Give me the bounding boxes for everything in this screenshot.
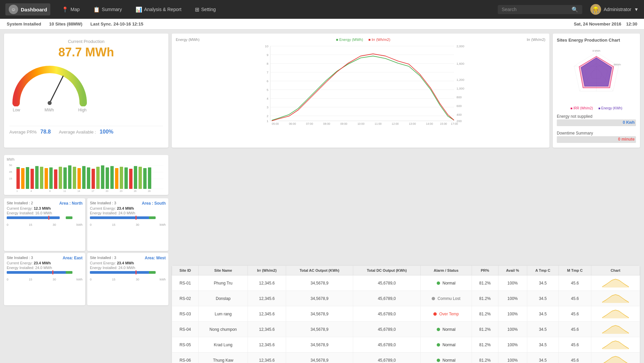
svg-marker-53 — [581, 58, 611, 86]
search-bar[interactable]: 🔍 — [498, 5, 582, 14]
svg-text:17: 17 — [92, 190, 94, 192]
cell-total-ac: 34,5678,9 — [286, 291, 353, 306]
area-east-scale: 01530kWh — [7, 278, 83, 281]
nav-setting[interactable]: ⊞ Setting — [190, 4, 221, 15]
cell-site-id: RS-05 — [172, 337, 199, 353]
sites-value: 10 Sites (88MW) — [49, 21, 83, 27]
area-east-sites: Site Installed : 3 — [7, 256, 33, 260]
cell-mtmp: 45.6 — [559, 306, 591, 322]
cell-avail: 100% — [498, 353, 527, 363]
bottom-section: MWh 50 45 15 — [0, 155, 644, 363]
cell-atmp: 34.5 — [527, 322, 558, 337]
svg-text:1: 1 — [267, 119, 268, 123]
cell-status: Normal — [421, 275, 472, 291]
svg-text:05:00: 05:00 — [272, 122, 279, 125]
table-row: RS-04 Nong chumpon 12,345.6 34,5678,9 45… — [172, 322, 640, 337]
cell-total-dc: 45,6789,0 — [353, 353, 421, 363]
sparkline-0 — [602, 277, 629, 288]
svg-text:3: 3 — [267, 106, 268, 109]
svg-rect-75 — [68, 165, 71, 189]
svg-marker-103 — [602, 279, 629, 288]
dashboard-logo[interactable]: ☺ Dashboard — [5, 3, 50, 15]
legend-energy: ■ Energy (KWh) — [598, 106, 623, 110]
table-row: RS-03 Lum rang 12,345.6 34,5678,9 45,678… — [172, 306, 640, 322]
status-text: Over Temp — [439, 312, 459, 316]
status-dot — [433, 312, 437, 316]
svg-marker-107 — [602, 341, 629, 349]
svg-text:14:00: 14:00 — [426, 122, 433, 125]
svg-line-0 — [50, 76, 63, 103]
col-mtmp: M Tmp C — [559, 266, 591, 275]
table-row: RS-05 Krad Lung 12,345.6 34,5678,9 45,67… — [172, 337, 640, 353]
admin-avatar: 👷 — [590, 4, 601, 15]
svg-rect-76 — [73, 167, 76, 189]
cell-total-ac: 34,5678,9 — [286, 275, 353, 291]
cell-total-dc: 45,6789,0 — [353, 275, 421, 291]
svg-rect-77 — [77, 168, 81, 189]
svg-rect-91 — [143, 168, 147, 189]
area-south-panel: Site Installed : 3 Area : South Current … — [87, 198, 168, 251]
cell-site-name: Donslap — [199, 291, 248, 306]
svg-marker-105 — [602, 310, 629, 318]
svg-rect-67 — [31, 169, 34, 189]
svg-text:8 MWh: 8 MWh — [592, 49, 600, 52]
cell-site-id: RS-02 — [172, 291, 199, 306]
admin-chevron-icon[interactable]: ▼ — [634, 7, 639, 12]
svg-text:2,000: 2,000 — [457, 45, 464, 48]
cell-total-ac: 34,5678,9 — [286, 353, 353, 363]
admin-label: Administrator — [604, 7, 631, 12]
search-input[interactable] — [502, 7, 569, 12]
avg-pr-stat: Average PR% 78.8 — [9, 129, 51, 135]
svg-text:20: 20 — [106, 190, 108, 192]
area-north-installed: Energy Installed: 16.0 MWh — [7, 211, 83, 215]
area-west-sites: Site Installed : 3 — [90, 256, 116, 260]
status-text: Normal — [442, 358, 455, 363]
cell-pr: 81.2% — [472, 275, 498, 291]
svg-text:28: 28 — [148, 190, 151, 192]
nav-summary[interactable]: 📋 Summary — [88, 4, 127, 15]
admin-section: 👷 Administrator ▼ — [590, 4, 639, 15]
cell-status: Normal — [421, 322, 472, 337]
cell-total-dc: 45,6789,0 — [353, 337, 421, 353]
cell-site-id: RS-04 — [172, 322, 199, 337]
svg-rect-72 — [54, 169, 57, 189]
summary-icon: 📋 — [93, 6, 100, 13]
cell-mtmp: 45.6 — [559, 353, 591, 363]
cell-chart — [591, 337, 640, 353]
svg-text:11:00: 11:00 — [375, 122, 382, 125]
area-south-sites: Site Installed : 3 — [90, 201, 116, 206]
sites-energy-title: Sites Energy Production Chart — [557, 38, 636, 43]
nav-map[interactable]: 📍 Map — [56, 4, 85, 15]
svg-marker-108 — [602, 356, 629, 363]
nav-analysis[interactable]: 📊 Analysis & Report — [130, 4, 187, 15]
chart-mwh-label: MWh — [7, 158, 166, 161]
area-north-name: Area : North — [59, 201, 83, 206]
cell-site-name: Nong chumpon — [199, 322, 248, 337]
energy-not-supplied-bar: 0 Kwh — [557, 119, 636, 126]
area-south-name: Area : South — [142, 201, 166, 206]
col-site-id: Site ID — [172, 266, 199, 275]
cell-mtmp: 45.6 — [559, 337, 591, 353]
cell-total-dc: 45,6789,0 — [353, 291, 421, 306]
legend-irr: ■ IRR (Wh/m2) — [571, 106, 593, 110]
svg-text:2: 2 — [267, 114, 268, 118]
svg-rect-69 — [40, 167, 43, 189]
svg-marker-106 — [602, 325, 629, 334]
col-total-ac: Total AC Outpot (KWh) — [286, 266, 353, 275]
nav-analysis-label: Analysis & Report — [144, 7, 181, 12]
svg-text:50: 50 — [9, 164, 12, 167]
cell-pr: 81.2% — [472, 322, 498, 337]
status-dot — [437, 359, 440, 362]
area-north-current: Current Energy: 12.3 MWh — [7, 206, 83, 210]
line-chart-svg: 10 9 8 7 6 5 4 3 2 1 2,000 1,600 1,200 1… — [176, 43, 545, 130]
svg-rect-71 — [49, 167, 53, 189]
area-north-header: Site Installed : 2 Area : North — [7, 201, 83, 206]
cell-avail: 100% — [498, 337, 527, 353]
svg-rect-83 — [106, 167, 109, 189]
svg-text:12:00: 12:00 — [392, 122, 399, 125]
area-east-installed: Energy Installed: 24.0 MWh — [7, 266, 83, 270]
cell-irr: 12,345.6 — [248, 275, 286, 291]
status-dot — [432, 297, 435, 300]
cell-total-ac: 34,5678,9 — [286, 322, 353, 337]
energy-not-supplied-row: Energy not supplied 0 Kwh — [557, 114, 636, 127]
